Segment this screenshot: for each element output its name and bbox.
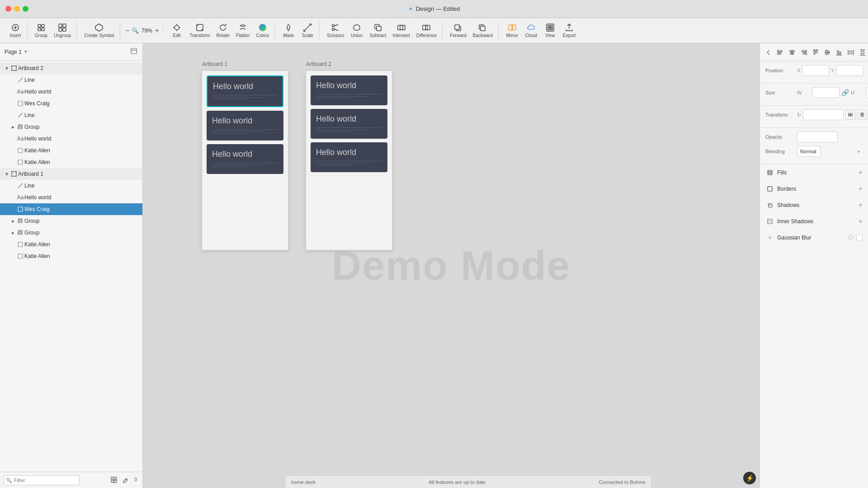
y-input[interactable] — [836, 65, 863, 76]
backward-button[interactable]: Backward — [470, 21, 495, 40]
difference-button[interactable]: Difference — [414, 21, 439, 40]
rp-align-right[interactable] — [799, 47, 809, 57]
x-input[interactable] — [802, 65, 829, 76]
card-artboard1-top[interactable]: Hello world — [207, 75, 283, 107]
rp-back-button[interactable] — [764, 47, 774, 57]
fills-section-header[interactable]: Fills + — [760, 164, 868, 181]
card-artboard2-top[interactable]: Hello world — [311, 75, 387, 105]
size-link-icon[interactable]: 🔗 — [841, 89, 849, 96]
transform-button[interactable]: Transform — [187, 21, 212, 40]
opacity-input[interactable] — [797, 131, 838, 142]
panel-settings-button[interactable] — [130, 47, 138, 56]
gaussian-blur-checkbox[interactable] — [856, 235, 863, 241]
canvas[interactable]: Demo Mode Artboard 1 Hello world Hello w… — [143, 43, 760, 488]
position-section: Position X Y — [760, 61, 868, 84]
svg-marker-11 — [95, 24, 103, 31]
layer-helloworld3[interactable]: ▸ Aa Hello world — [0, 192, 142, 203]
close-button[interactable] — [5, 6, 11, 12]
zoom-decrease-button[interactable]: − — [126, 27, 130, 35]
inner-shadows-section-header[interactable]: Inner Shadows + — [760, 213, 868, 230]
cloud-button[interactable]: Cloud — [522, 21, 540, 40]
page-selector[interactable]: Page 1 ▼ — [5, 49, 28, 55]
shadows-add-button[interactable]: + — [859, 202, 863, 209]
fills-add-button[interactable]: + — [859, 169, 863, 176]
flip-v-button[interactable] — [857, 110, 867, 120]
rotate-input[interactable] — [803, 109, 844, 120]
artboard2-container[interactable]: Artboard 2 Hello world Hello world — [306, 70, 392, 250]
layer-group2[interactable]: ▸ Group — [0, 215, 142, 227]
artboard1-container[interactable]: Artboard 1 Hello world Hello world — [202, 70, 288, 250]
inner-shadows-add-button[interactable]: + — [859, 218, 863, 225]
layer-group1[interactable]: ▸ Group — [0, 121, 142, 133]
rp-distribute-v[interactable] — [858, 47, 868, 57]
layer-katieA[interactable]: ▸ Katie Allen — [0, 145, 142, 156]
gaussian-blur-section-header[interactable]: Gaussian Blur ⓘ — [760, 230, 868, 246]
layer-artboard2[interactable]: ▾ Artboard 2 — [0, 62, 142, 74]
expand-group3[interactable]: ▸ — [10, 230, 16, 236]
layer-katieB[interactable]: ▸ Katie Allen — [0, 156, 142, 168]
export-button[interactable]: Export — [560, 21, 579, 40]
lightning-button[interactable]: ⚡ — [743, 472, 756, 484]
filter-input[interactable] — [4, 475, 80, 485]
rp-align-center-h[interactable] — [787, 47, 797, 57]
forward-button[interactable]: Forward — [447, 21, 469, 40]
subtract-button[interactable]: Subtract — [367, 21, 389, 40]
expand-group1[interactable]: ▸ — [10, 124, 16, 130]
card-artboard2-mid[interactable]: Hello world — [311, 109, 387, 139]
add-layer-button[interactable] — [109, 476, 119, 485]
rp-align-left[interactable] — [775, 47, 785, 57]
layer-helloworld2[interactable]: ▸ Aa Hello world — [0, 133, 142, 145]
layer-katieD[interactable]: ▸ Katie Allen — [0, 250, 142, 262]
toolbar-zoom-group: − 🔍 79% + — [122, 27, 164, 35]
toolbar-misc-group: Mirror Cloud View Export — [500, 21, 581, 40]
width-input[interactable] — [812, 87, 840, 98]
colors-button[interactable]: Colors — [253, 21, 272, 40]
zoom-increase-button[interactable]: + — [155, 27, 159, 35]
layer-line1[interactable]: ▸ Line — [0, 74, 142, 86]
scale-button[interactable]: Scale — [298, 21, 316, 40]
shadows-section-header[interactable]: Shadows + — [760, 197, 868, 213]
rp-align-bottom[interactable] — [834, 47, 844, 57]
layer-artboard1[interactable]: ▾ Artboard 1 — [0, 168, 142, 180]
rp-align-top[interactable] — [811, 47, 821, 57]
height-input[interactable] — [866, 87, 868, 98]
expand-artboard2[interactable]: ▾ — [4, 65, 10, 71]
expand-group2[interactable]: ▸ — [10, 218, 16, 224]
edit-button[interactable]: Edit — [168, 21, 186, 40]
layer-wescraig1[interactable]: ▸ Wes Craig — [0, 98, 142, 109]
rp-align-center-v[interactable] — [822, 47, 832, 57]
union-button[interactable]: Union — [348, 21, 366, 40]
layer-katieC[interactable]: ▸ Katie Allen — [0, 239, 142, 250]
card-artboard1-bot[interactable]: Hello world — [207, 144, 283, 174]
mirror-button[interactable]: Mirror — [503, 21, 521, 40]
card-artboard2-bot[interactable]: Hello world — [311, 142, 387, 172]
toolbar-edit-group: Edit Transform Rotate Flatten — [165, 21, 275, 40]
create-symbol-button[interactable]: Create Symbol — [81, 21, 117, 40]
view-button[interactable]: View — [541, 21, 559, 40]
layer-helloworld3-label: Hello world — [24, 194, 139, 201]
fullscreen-button[interactable] — [23, 6, 28, 12]
layer-line2-label: Line — [24, 112, 139, 118]
blending-dropdown[interactable]: Normal Multiply Screen Overlay — [797, 146, 821, 157]
mask-button[interactable]: Mask — [279, 21, 297, 40]
expand-artboard1[interactable]: ▾ — [4, 171, 10, 177]
flatten-button[interactable]: Flatten — [233, 21, 253, 40]
rp-distribute-h[interactable] — [846, 47, 856, 57]
card-artboard1-mid[interactable]: Hello world — [207, 111, 283, 141]
minimize-button[interactable] — [14, 6, 20, 12]
scissors-button[interactable]: Scissors — [324, 21, 347, 40]
edit-layer-button[interactable] — [121, 476, 131, 485]
borders-add-button[interactable]: + — [859, 185, 863, 192]
group-button[interactable]: Group — [32, 21, 50, 40]
borders-section-header[interactable]: Borders + — [760, 181, 868, 197]
ungroup-button[interactable]: Ungroup — [51, 21, 74, 40]
insert-button[interactable]: Insert — [6, 21, 24, 40]
layer-line2[interactable]: ▸ Line — [0, 109, 142, 121]
flip-h-button[interactable] — [845, 110, 855, 120]
rotate-button[interactable]: Rotate — [213, 21, 232, 40]
layer-line3[interactable]: ▸ Line — [0, 180, 142, 192]
layer-helloworld1[interactable]: ▸ Aa Hello world — [0, 86, 142, 98]
layer-group3[interactable]: ▸ Group — [0, 227, 142, 239]
intersect-button[interactable]: Intersect — [390, 21, 412, 40]
layer-wescraig2[interactable]: ▸ Wes Craig — [0, 203, 142, 215]
